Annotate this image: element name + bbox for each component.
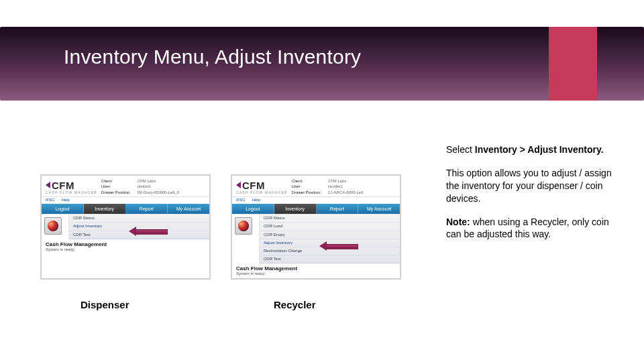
instruction-line-2: This option allows you to adjust / assig… [446, 167, 621, 205]
drawer-value: 11-ARCA-8000-Left [328, 190, 396, 195]
drawer-value: 09-Glory-RD600-Left_0 [138, 190, 205, 195]
link-bar: IFSC Help [42, 196, 209, 204]
client-value: CFM Labs [138, 178, 205, 184]
help-link[interactable]: Help [252, 198, 260, 202]
menu-item[interactable]: CDR Test [260, 255, 400, 263]
page-heading: Cash Flow Management [42, 241, 209, 247]
logo-block: CFM CASH FLOW MANAGER [46, 178, 97, 195]
inventory-menu-list: CDR Status CDR Load CDR Empty Adjust Inv… [260, 215, 400, 263]
cfm-logo: CFM [46, 180, 97, 191]
caption-recycler: Recycler [274, 299, 316, 310]
nav-myaccount[interactable]: My Account [168, 204, 209, 214]
main-nav: Logout Inventory Report My Account [42, 204, 209, 214]
menu-item[interactable]: CDR Status [69, 215, 209, 223]
logo-subtext: CASH FLOW MANAGER [236, 190, 288, 194]
drawer-label: Drawer Position: [101, 190, 138, 195]
page-subheading: System is ready [42, 247, 209, 254]
arrow-annotation-icon [319, 241, 357, 251]
ifsc-link[interactable]: IFSC [46, 198, 55, 202]
link-bar: IFSC Help [232, 196, 400, 204]
status-orb-icon [235, 217, 252, 235]
instruction-line-3: Note: when using a Recycler, only coin c… [446, 216, 621, 241]
app-header: CFM CASH FLOW MANAGER Client: CFM Labs U… [42, 176, 209, 196]
menu-item[interactable]: CDR Status [260, 215, 400, 223]
client-label: Client: [101, 178, 138, 184]
client-label: Client: [292, 178, 328, 184]
user-value: disktst1 [138, 184, 205, 189]
logo-text: CFM [52, 180, 74, 191]
status-icon-cell [42, 215, 69, 239]
instruction-line-1: Select Inventory > Adjust Inventory. [446, 143, 621, 156]
status-orb-icon [44, 217, 62, 235]
menu-item[interactable]: CDR Empty [260, 231, 400, 239]
page-subheading: System is ready [232, 272, 400, 278]
user-label: User: [292, 184, 328, 189]
user-label: User: [101, 184, 138, 189]
app-header: CFM CASH FLOW MANAGER Client: CFM Labs U… [232, 176, 400, 196]
drawer-label: Drawer Position: [292, 190, 328, 195]
screenshot-dispenser: CFM CASH FLOW MANAGER Client: CFM Labs U… [40, 174, 211, 280]
logo-subtext: CASH FLOW MANAGER [46, 190, 97, 194]
logo-text: CFM [242, 180, 265, 191]
cfm-logo: CFM [236, 180, 288, 191]
header-accent-tab [549, 27, 597, 101]
page-heading: Cash Flow Management [232, 265, 400, 272]
instruction-text: Select Inventory > Adjust Inventory. Thi… [446, 143, 621, 251]
nav-report[interactable]: Report [317, 204, 359, 214]
nav-myaccount[interactable]: My Account [358, 204, 400, 214]
screenshot-row: CFM CASH FLOW MANAGER Client: CFM Labs U… [40, 174, 401, 280]
inventory-dropdown: CDR Status CDR Load CDR Empty Adjust Inv… [260, 215, 400, 263]
content-row: CDR Status Adjust Inventory CDR Test [42, 214, 209, 239]
user-value: ceviller1 [328, 184, 396, 189]
content-row: CDR Status CDR Load CDR Empty Adjust Inv… [232, 214, 400, 263]
main-nav: Logout Inventory Report My Account [232, 204, 400, 214]
slide-title: Inventory Menu, Adjust Inventory [64, 46, 361, 68]
session-info: Client: CFM Labs User: ceviller1 Drawer … [292, 178, 396, 195]
caption-dispenser: Dispenser [80, 299, 129, 310]
page-caption: Cash Flow Management System is ready [232, 263, 400, 278]
help-link[interactable]: Help [62, 198, 70, 202]
nav-logout[interactable]: Logout [232, 204, 274, 214]
client-value: CFM Labs [328, 178, 396, 184]
menu-item[interactable]: CDR Load [260, 223, 400, 231]
screenshot-recycler: CFM CASH FLOW MANAGER Client: CFM Labs U… [231, 174, 401, 280]
logo-block: CFM CASH FLOW MANAGER [236, 178, 288, 195]
nav-logout[interactable]: Logout [42, 204, 84, 214]
page-caption: Cash Flow Management System is ready [42, 239, 209, 254]
arrow-annotation-icon [129, 227, 166, 236]
session-info: Client: CFM Labs User: disktst1 Drawer P… [101, 178, 205, 195]
logo-chevron-icon [236, 182, 241, 188]
ifsc-link[interactable]: IFSC [236, 198, 246, 202]
logo-chevron-icon [46, 182, 50, 188]
nav-inventory[interactable]: Inventory [274, 204, 317, 214]
nav-inventory[interactable]: Inventory [84, 204, 126, 214]
status-icon-cell [232, 215, 260, 263]
nav-report[interactable]: Report [126, 204, 168, 214]
